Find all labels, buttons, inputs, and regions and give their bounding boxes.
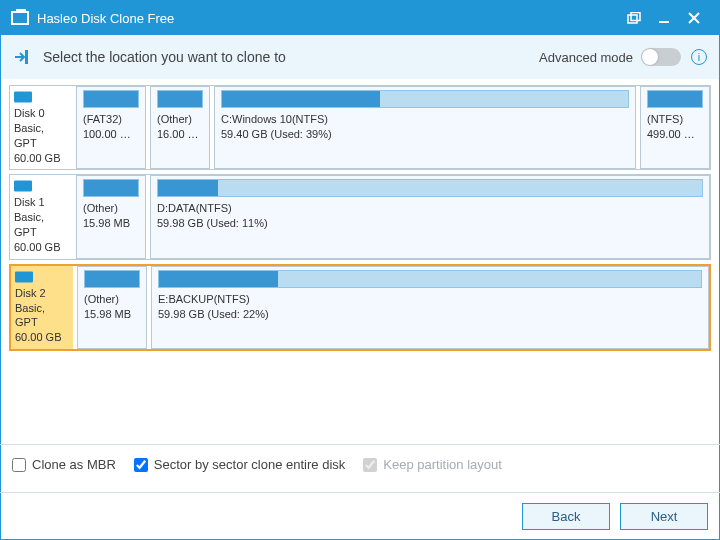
disk-type: Basic, GPT [14, 121, 68, 151]
svg-rect-5 [25, 50, 28, 64]
restore-down-button[interactable] [619, 1, 649, 35]
partition[interactable]: D:DATA(NTFS)59.98 GB (Used: 11%) [150, 175, 710, 258]
disk-name: Disk 0 [14, 106, 68, 121]
disk-size: 60.00 GB [14, 151, 68, 166]
keep-partition-layout-label: Keep partition layout [383, 457, 502, 472]
arrow-target-icon [13, 47, 33, 67]
usage-bar [157, 179, 703, 197]
disk-name: Disk 1 [14, 195, 68, 210]
usage-bar [84, 270, 140, 288]
partition-size: 499.00 MB ... [647, 127, 703, 142]
partition[interactable]: (NTFS)499.00 MB ... [640, 86, 710, 169]
partition-label: (FAT32) [83, 112, 139, 127]
partition-size: 59.40 GB (Used: 39%) [221, 127, 629, 142]
back-button[interactable]: Back [522, 503, 610, 530]
keep-partition-layout-checkbox: Keep partition layout [363, 457, 502, 472]
advanced-mode-toggle[interactable] [641, 48, 681, 66]
usage-bar [157, 90, 203, 108]
options-bar: Clone as MBR Sector by sector clone enti… [0, 444, 720, 484]
partition-size: 59.98 GB (Used: 11%) [157, 216, 703, 231]
disk-row-2[interactable]: Disk 2Basic, GPT60.00 GB(Other)15.98 MBE… [9, 264, 711, 351]
disk-icon [14, 179, 32, 193]
disk-size: 60.00 GB [14, 240, 68, 255]
minimize-button[interactable] [649, 1, 679, 35]
svg-rect-1 [631, 13, 640, 21]
partition[interactable]: E:BACKUP(NTFS)59.98 GB (Used: 22%) [151, 266, 709, 349]
app-icon [11, 11, 29, 25]
partition-label: (NTFS) [647, 112, 703, 127]
partition-size: 59.98 GB (Used: 22%) [158, 307, 702, 322]
partition[interactable]: (Other)15.98 MB [77, 266, 147, 349]
disk-header: Disk 2Basic, GPT60.00 GB [11, 266, 73, 349]
usage-bar [158, 270, 702, 288]
disk-type: Basic, GPT [15, 301, 69, 331]
partition-size: 15.98 MB [84, 307, 140, 322]
partition-label: (Other) [83, 201, 139, 216]
advanced-mode-label: Advanced mode [539, 50, 633, 65]
usage-bar [647, 90, 703, 108]
disk-row-0[interactable]: Disk 0Basic, GPT60.00 GB(FAT32)100.00 MB… [9, 85, 711, 170]
usage-bar [83, 90, 139, 108]
partition-label: C:Windows 10(NTFS) [221, 112, 629, 127]
disk-type: Basic, GPT [14, 210, 68, 240]
clone-as-mbr-checkbox[interactable]: Clone as MBR [12, 457, 116, 472]
disk-icon [15, 270, 33, 284]
sector-by-sector-label: Sector by sector clone entire disk [154, 457, 345, 472]
partition-size: 16.00 MB [157, 127, 203, 142]
partition-size: 15.98 MB [83, 216, 139, 231]
disk-row-1[interactable]: Disk 1Basic, GPT60.00 GB(Other)15.98 MBD… [9, 174, 711, 259]
close-button[interactable] [679, 1, 709, 35]
disk-name: Disk 2 [15, 286, 69, 301]
partition-label: (Other) [84, 292, 140, 307]
title-bar: Hasleo Disk Clone Free [1, 1, 719, 35]
svg-rect-0 [628, 15, 637, 23]
info-icon[interactable]: i [691, 49, 707, 65]
instruction-bar: Select the location you want to clone to… [1, 35, 719, 79]
partition-size: 100.00 MB ... [83, 127, 139, 142]
disk-size: 60.00 GB [15, 330, 69, 345]
app-title: Hasleo Disk Clone Free [37, 11, 174, 26]
disk-header: Disk 0Basic, GPT60.00 GB [10, 86, 72, 169]
usage-bar [221, 90, 629, 108]
partition-label: (Other) [157, 112, 203, 127]
disk-icon [14, 90, 32, 104]
instruction-text: Select the location you want to clone to [43, 49, 286, 65]
partition[interactable]: (FAT32)100.00 MB ... [76, 86, 146, 169]
partition[interactable]: C:Windows 10(NTFS)59.40 GB (Used: 39%) [214, 86, 636, 169]
usage-bar [83, 179, 139, 197]
partition[interactable]: (Other)16.00 MB [150, 86, 210, 169]
next-button[interactable]: Next [620, 503, 708, 530]
footer: Back Next [0, 492, 720, 540]
clone-as-mbr-label: Clone as MBR [32, 457, 116, 472]
partition-label: D:DATA(NTFS) [157, 201, 703, 216]
disk-header: Disk 1Basic, GPT60.00 GB [10, 175, 72, 258]
sector-by-sector-checkbox[interactable]: Sector by sector clone entire disk [134, 457, 345, 472]
partition[interactable]: (Other)15.98 MB [76, 175, 146, 258]
disk-list: Disk 0Basic, GPT60.00 GB(FAT32)100.00 MB… [1, 79, 719, 361]
partition-label: E:BACKUP(NTFS) [158, 292, 702, 307]
